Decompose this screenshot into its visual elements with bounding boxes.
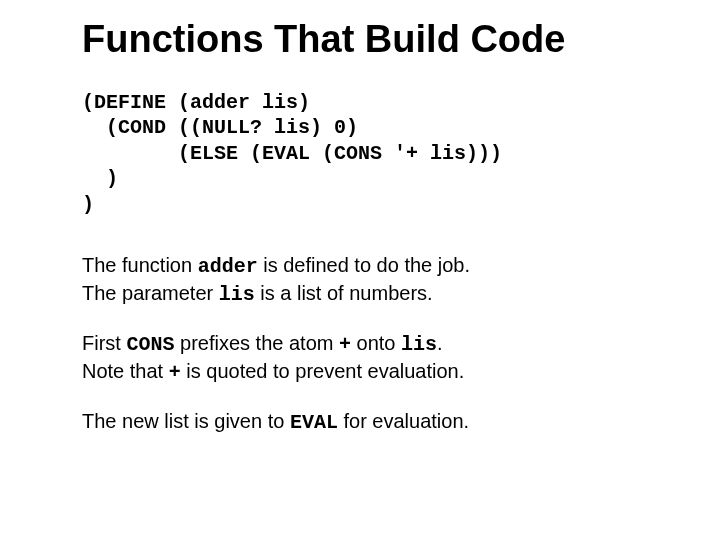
text: The function [82,254,198,276]
inline-code: lis [219,283,255,306]
inline-code: lis [401,333,437,356]
text: First [82,332,126,354]
inline-code: + [169,361,181,384]
text: for evaluation. [338,410,469,432]
text: onto [351,332,401,354]
page-title: Functions That Build Code [82,18,652,62]
paragraph-1: The function adder is defined to do the … [82,252,652,308]
text: . [437,332,443,354]
inline-code: adder [198,255,258,278]
text: Note that [82,360,169,382]
inline-code: EVAL [290,411,338,434]
code-line: ) [82,167,118,190]
paragraph-3: The new list is given to EVAL for evalua… [82,408,652,436]
code-line: (ELSE (EVAL (CONS '+ lis))) [82,142,502,165]
text: is defined to do the job. [258,254,470,276]
inline-code: CONS [126,333,174,356]
inline-code: + [339,333,351,356]
code-line: (DEFINE (adder lis) [82,91,310,114]
text: is quoted to prevent evaluation. [181,360,465,382]
text: The parameter [82,282,219,304]
text: The new list is given to [82,410,290,432]
paragraph-2: First CONS prefixes the atom + onto lis.… [82,330,652,386]
code-block: (DEFINE (adder lis) (COND ((NULL? lis) 0… [82,90,652,218]
code-line: ) [82,193,94,216]
code-line: (COND ((NULL? lis) 0) [82,116,358,139]
text: is a list of numbers. [255,282,433,304]
text: prefixes the atom [174,332,339,354]
